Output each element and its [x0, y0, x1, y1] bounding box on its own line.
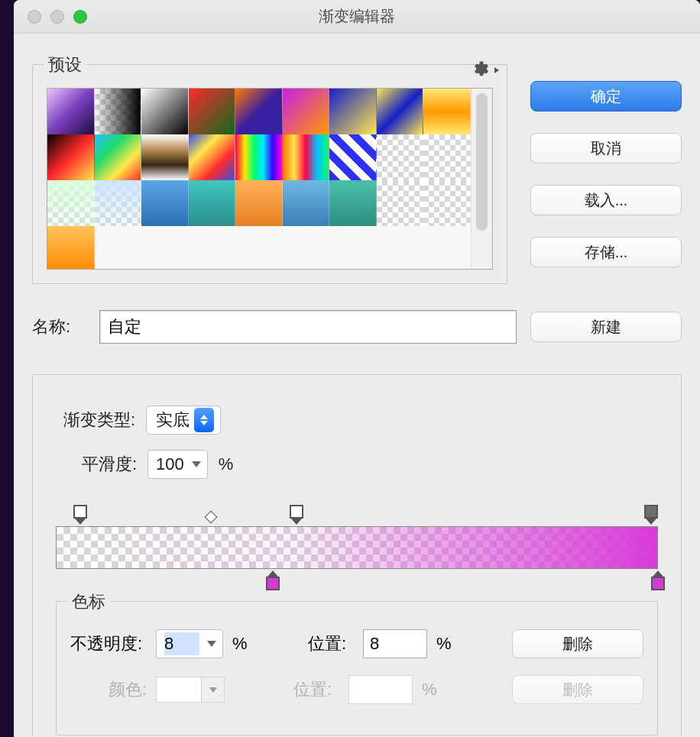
preset-swatch[interactable] [189, 180, 236, 226]
delete-color-stop-button: 删除 [512, 675, 643, 704]
preset-swatch[interactable] [95, 89, 142, 134]
gradient-editor-window: 渐变编辑器 预设 确定 取消 载入... 存储 [14, 0, 700, 737]
opacity-stop[interactable] [643, 505, 659, 525]
preset-swatch[interactable] [423, 89, 471, 134]
name-input[interactable] [99, 310, 517, 344]
opacity-label: 不透明度: [70, 632, 147, 655]
presets-fieldset: 预设 [32, 64, 507, 284]
preset-swatch[interactable] [95, 180, 142, 226]
gradient-type-value: 实底 [156, 409, 190, 432]
preset-swatch[interactable] [329, 180, 377, 226]
smoothness-label: 平滑度: [71, 453, 137, 476]
preset-swatch[interactable] [141, 134, 189, 180]
name-label: 名称: [32, 315, 86, 338]
preset-swatch[interactable] [189, 89, 236, 134]
midpoint-handle[interactable] [205, 511, 218, 524]
chevron-down-icon [207, 641, 216, 647]
gradient-type-select[interactable]: 实底 [146, 406, 221, 435]
opacity-location-unit: % [436, 634, 458, 654]
preset-swatches [47, 88, 493, 270]
preset-swatch[interactable] [141, 180, 189, 226]
preset-swatch-empty [329, 226, 377, 269]
preset-swatch-empty [141, 226, 189, 269]
preset-swatch[interactable] [283, 180, 330, 226]
preset-swatch[interactable] [377, 89, 424, 134]
preset-swatch-empty [283, 226, 330, 269]
opacity-stop[interactable] [72, 505, 89, 525]
opacity-combo[interactable] [156, 629, 223, 658]
smoothness-unit: % [219, 454, 240, 474]
close-window-icon[interactable] [28, 10, 41, 24]
stops-fieldset: 色标 不透明度: % 位置: % 删除 颜色: [56, 601, 658, 735]
smoothness-combo[interactable]: 100 [147, 450, 208, 479]
presets-menu-button[interactable] [473, 60, 490, 77]
titlebar: 渐变编辑器 [14, 0, 700, 34]
smoothness-value: 100 [156, 454, 184, 474]
preset-swatch[interactable] [377, 180, 424, 226]
opacity-stop[interactable] [288, 505, 305, 525]
delete-opacity-stop-button[interactable]: 删除 [512, 629, 643, 658]
preset-swatch[interactable] [283, 89, 330, 134]
preset-swatch[interactable] [329, 89, 377, 134]
color-label: 颜色: [98, 678, 147, 701]
chevron-down-icon [192, 461, 201, 467]
color-location-input [348, 675, 413, 704]
ok-button[interactable]: 确定 [530, 81, 682, 112]
preset-swatch[interactable] [235, 89, 283, 134]
color-location-label: 位置: [293, 678, 339, 701]
preset-swatch[interactable] [47, 89, 95, 134]
color-stop[interactable] [650, 571, 666, 590]
preset-swatch[interactable] [189, 134, 236, 180]
preset-swatch[interactable] [329, 134, 377, 180]
window-title: 渐变编辑器 [14, 6, 700, 27]
preset-swatch-empty [189, 226, 236, 269]
presets-legend: 预设 [44, 53, 86, 76]
cancel-button[interactable]: 取消 [530, 133, 682, 163]
scrollbar-thumb[interactable] [476, 93, 488, 231]
preset-scrollbar[interactable] [471, 89, 492, 269]
gradient-bar[interactable] [56, 509, 658, 586]
preset-swatch-empty [235, 226, 283, 269]
opacity-input[interactable] [164, 632, 199, 655]
save-button[interactable]: 存储... [530, 237, 682, 267]
load-button[interactable]: 载入... [530, 185, 682, 215]
color-location-unit: % [422, 680, 443, 700]
opacity-unit: % [232, 634, 254, 654]
preset-swatch[interactable] [95, 134, 142, 180]
gradient-type-label: 渐变类型: [51, 409, 135, 432]
color-stop[interactable] [264, 571, 281, 590]
window-controls [14, 10, 87, 24]
color-well [156, 677, 225, 703]
preset-swatch-empty [377, 226, 424, 269]
opacity-location-label: 位置: [308, 632, 354, 655]
stops-legend: 色标 [67, 590, 110, 613]
zoom-window-icon[interactable] [73, 10, 87, 24]
preset-swatch[interactable] [47, 226, 95, 269]
opacity-location-input[interactable] [363, 629, 427, 658]
color-well-dropdown [201, 677, 224, 702]
select-stepper-icon [194, 408, 214, 432]
preset-swatch[interactable] [235, 134, 283, 180]
preset-swatch[interactable] [423, 134, 471, 180]
gradient-settings-fieldset: 渐变类型: 实底 平滑度: 100 % [32, 374, 682, 737]
preset-swatch[interactable] [47, 134, 95, 180]
preset-swatch[interactable] [141, 89, 189, 134]
preset-swatch[interactable] [423, 180, 471, 226]
preset-swatch-empty [423, 226, 471, 269]
preset-swatch-empty [95, 226, 142, 269]
preset-swatch[interactable] [235, 180, 283, 226]
preset-swatch[interactable] [283, 134, 330, 180]
preset-swatch[interactable] [377, 134, 424, 180]
minimize-window-icon[interactable] [50, 10, 64, 24]
new-button[interactable]: 新建 [530, 312, 682, 342]
preset-swatch[interactable] [47, 180, 95, 226]
